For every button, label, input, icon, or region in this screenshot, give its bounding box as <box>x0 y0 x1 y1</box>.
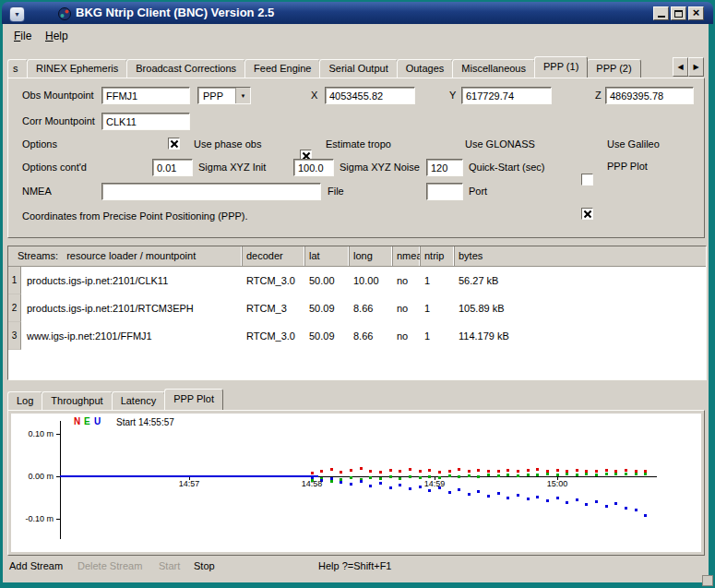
cell-long: 10.00 <box>350 267 393 294</box>
main-tab-bar: s RINEX Ephemeris Broadcast Corrections … <box>7 56 640 78</box>
tab-scroll-right-button[interactable]: ▶ <box>688 57 704 77</box>
cell-bytes: 105.89 kB <box>455 294 706 322</box>
table-row[interactable]: 2 products.igs-ip.net:2101/RTCM3EPH RTCM… <box>8 294 706 322</box>
cell-decoder: RTCM_3 <box>243 294 305 322</box>
legend-north: N <box>74 416 80 426</box>
row-number: 1 <box>8 267 21 294</box>
minimize-button[interactable] <box>653 6 669 20</box>
z-field[interactable]: 4869395.78 <box>605 87 694 104</box>
use-phase-obs-checkbox[interactable] <box>168 138 180 150</box>
tab-broadcast-corrections[interactable]: Broadcast Corrections <box>126 59 245 78</box>
header-long: long <box>350 246 393 266</box>
ppp-plot-label: PPP Plot <box>607 161 648 172</box>
sigma-xyz-init-field[interactable]: 0.01 <box>152 159 193 176</box>
help-shortcut-label: Help ?=Shift+F1 <box>318 560 392 571</box>
minimize-icon <box>658 16 665 18</box>
quick-start-label: Quick-Start (sec) <box>469 162 545 173</box>
stop-button[interactable]: Stop <box>194 560 215 571</box>
menu-file[interactable]: File <box>9 28 36 45</box>
estimate-tropo-label: Estimate tropo <box>326 138 391 150</box>
tab-scroll-left-button[interactable]: ◀ <box>673 57 688 77</box>
tab-ppp-plot[interactable]: PPP Plot <box>164 389 223 410</box>
window-menu-button[interactable]: ▼ <box>9 6 25 22</box>
obs-type-select[interactable]: PPP ▼ <box>197 87 251 104</box>
table-row[interactable]: 1 products.igs-ip.net:2101/CLK11 RTCM_3.… <box>8 267 706 294</box>
tab-ppp-1[interactable]: PPP (1) <box>534 56 588 78</box>
quick-start-field[interactable]: 120 <box>426 159 463 176</box>
use-galileo-label: Use Galileo <box>607 138 660 150</box>
table-row[interactable]: 3 www.igs-ip.net:2101/FFMJ1 RTCM_3.0 50.… <box>8 322 706 350</box>
cell-bytes: 114.179 kB <box>455 322 706 350</box>
start-button[interactable]: Start <box>159 560 180 571</box>
sigma-xyz-init-label: Sigma XYZ Init <box>198 162 266 173</box>
maximize-icon <box>674 10 683 18</box>
cell-lat: 50.09 <box>305 322 350 350</box>
tab-serial-output[interactable]: Serial Output <box>319 59 397 78</box>
add-stream-button[interactable]: Add Stream <box>9 560 63 571</box>
y-tick-zero: 0.00 m <box>17 472 54 481</box>
y-field[interactable]: 617729.74 <box>461 87 552 104</box>
x-field[interactable]: 4053455.82 <box>325 87 415 104</box>
bottom-tab-bar: Log Throughput Latency PPP Plot <box>7 389 222 410</box>
ppp-plot-canvas <box>11 414 701 552</box>
cell-decoder: RTCM_3.0 <box>243 322 305 350</box>
tab-latency[interactable]: Latency <box>112 391 166 410</box>
cell-decoder: RTCM_3.0 <box>243 267 305 294</box>
tab-outages[interactable]: Outages <box>397 59 454 78</box>
obs-mountpoint-label: Obs Mountpoint <box>22 90 94 101</box>
window-title: BKG Ntrip Client (BNC) Version 2.5 <box>76 2 274 24</box>
z-label: Z <box>595 90 602 101</box>
port-label: Port <box>469 186 487 197</box>
app-icon <box>58 7 71 20</box>
x-tick-1459: 14:59 <box>419 479 450 488</box>
resize-grip[interactable] <box>702 575 713 586</box>
chevron-down-icon: ▼ <box>14 11 20 18</box>
menu-help[interactable]: Help <box>41 28 73 45</box>
cell-mountpoint: products.igs-ip.net:2101/CLK11 <box>21 267 243 294</box>
header-decoder: decoder <box>243 246 305 266</box>
window: ▼ BKG Ntrip Client (BNC) Version 2.5 × F… <box>0 0 715 588</box>
cell-long: 8.66 <box>350 322 393 350</box>
file-label: File <box>328 186 344 197</box>
use-glonass-label: Use GLONASS <box>465 138 535 150</box>
maximize-button[interactable] <box>671 6 686 20</box>
obs-type-value: PPP <box>198 88 235 103</box>
row-number: 2 <box>8 294 21 322</box>
use-galileo-checkbox[interactable] <box>581 174 593 186</box>
use-phase-obs-label: Use phase obs <box>194 138 261 150</box>
header-lat: lat <box>305 246 350 266</box>
nmea-port-field[interactable] <box>426 183 463 200</box>
tab-throughput[interactable]: Throughput <box>42 391 112 410</box>
tab-log[interactable]: Log <box>7 391 42 410</box>
cell-nmea: no <box>393 294 421 322</box>
header-ntrip: ntrip <box>421 246 455 266</box>
cell-ntrip: 1 <box>421 322 455 350</box>
tab-feed-engine[interactable]: Feed Engine <box>244 59 320 78</box>
tab-miscellaneous[interactable]: Miscellaneous <box>452 59 535 78</box>
streams-table: Streams: resource loader / mountpoint de… <box>7 246 707 380</box>
y-label: Y <box>449 90 456 101</box>
obs-mountpoint-field[interactable]: FFMJ1 <box>101 87 190 104</box>
nmea-file-field[interactable] <box>101 183 321 200</box>
streams-table-header: Streams: resource loader / mountpoint de… <box>8 246 706 267</box>
title-bar[interactable]: ▼ BKG Ntrip Client (BNC) Version 2.5 × <box>2 2 713 24</box>
delete-stream-button[interactable]: Delete Stream <box>77 560 142 571</box>
x-label: X <box>311 90 317 101</box>
corr-mountpoint-label: Corr Mountpoint <box>22 115 95 126</box>
options-label: Options <box>22 138 57 150</box>
tab-ppp-2[interactable]: PPP (2) <box>587 59 640 78</box>
tab-partial[interactable]: s <box>7 59 28 78</box>
tab-rinex-ephemeris[interactable]: RINEX Ephemeris <box>27 59 127 78</box>
cell-long: 8.66 <box>350 294 393 322</box>
sigma-xyz-noise-field[interactable]: 100.0 <box>293 159 334 176</box>
panel-note: Coordinates from Precise Point Positioni… <box>22 210 248 222</box>
row-number: 3 <box>8 322 21 350</box>
cell-nmea: no <box>393 322 421 350</box>
cell-ntrip: 1 <box>421 267 455 294</box>
cell-lat: 50.09 <box>305 294 350 322</box>
close-button[interactable]: × <box>688 6 704 20</box>
ppp-plot-checkbox[interactable] <box>581 208 593 220</box>
header-mountpoint: Streams: resource loader / mountpoint <box>8 246 243 266</box>
corr-mountpoint-field[interactable]: CLK11 <box>101 113 190 130</box>
y-tick-bottom: -0.10 m <box>17 514 54 523</box>
